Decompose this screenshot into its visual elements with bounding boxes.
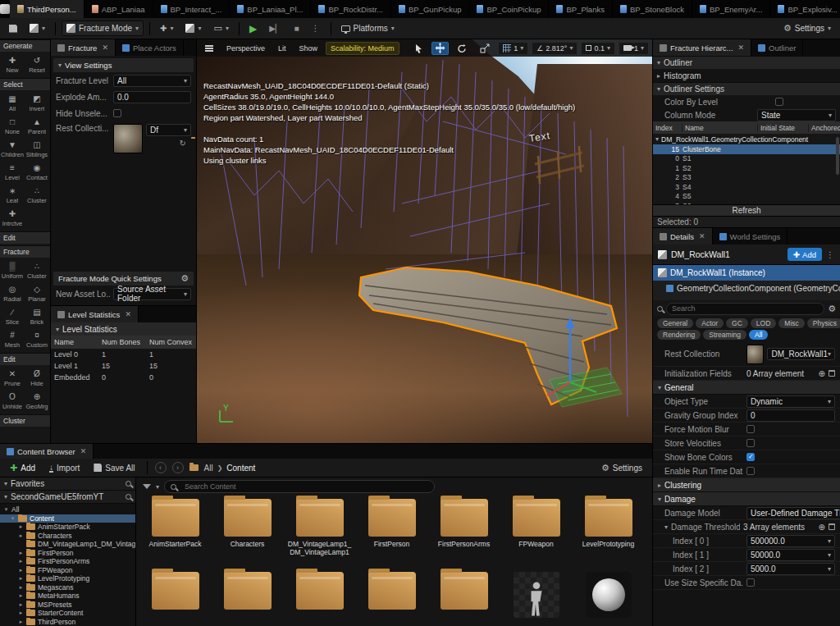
explode-amount-input[interactable]: 0.0 xyxy=(113,91,191,103)
source-control-button[interactable]: ▾ xyxy=(25,21,49,36)
tool-button-level[interactable]: ≡Level xyxy=(0,160,25,183)
folder-item[interactable]: Characters xyxy=(212,496,283,556)
tool-button-prune[interactable]: ✕Prune xyxy=(0,366,25,389)
folder-item[interactable]: FirstPerson xyxy=(356,496,427,556)
settings-dropdown[interactable]: ⚙Settings▾ xyxy=(779,21,835,36)
force-motion-blur-checkbox[interactable] xyxy=(746,425,755,433)
skip-button[interactable]: ▶▏ xyxy=(265,21,285,36)
close-icon[interactable]: ✕ xyxy=(125,310,131,318)
expand-arrow-icon[interactable]: ▾ xyxy=(664,523,668,531)
filter-chip[interactable]: Physics xyxy=(807,318,840,328)
tool-button-invert[interactable]: ◩Invert xyxy=(25,91,49,114)
tree-item[interactable]: ▸FirstPerson xyxy=(0,549,135,558)
asset-tab[interactable]: ThirdPerson... xyxy=(10,0,84,18)
view-settings-header[interactable]: ▾View Settings xyxy=(53,58,194,72)
asset-tab[interactable]: BP_RockDistr... xyxy=(311,0,391,18)
hierarchy-row[interactable]: 4S5 xyxy=(653,192,840,202)
asset-item-mannequin[interactable] xyxy=(500,569,572,618)
scrollbar[interactable] xyxy=(836,137,839,175)
tool-button-planar[interactable]: ◇Planar xyxy=(25,281,49,304)
scale-snap-control[interactable]: 0.1▾ xyxy=(581,42,615,55)
tree-item[interactable]: ▸AnimStarterPack xyxy=(0,523,135,532)
filter-gear-icon[interactable]: ⚙ xyxy=(828,304,836,313)
viewport-options-menu[interactable] xyxy=(200,42,218,55)
show-menu[interactable]: Show xyxy=(294,42,323,55)
damage-index-1-input[interactable]: 50000.0▾ xyxy=(746,549,835,561)
section-select[interactable]: Select xyxy=(0,78,50,90)
outliner-settings-header[interactable]: ▾Outliner Settings xyxy=(653,82,840,95)
folder-item[interactable] xyxy=(284,569,355,618)
use-size-specific-checkbox[interactable] xyxy=(746,578,755,587)
tool-button-radial[interactable]: ◎Radial xyxy=(0,281,25,304)
favorites-header[interactable]: ▾Favorites xyxy=(0,477,135,491)
rotate-tool-button[interactable] xyxy=(452,42,472,55)
asset-tab[interactable]: BP_CoinPickup xyxy=(469,0,549,18)
import-button[interactable]: ↓Import xyxy=(45,460,84,476)
tab-place-actors[interactable]: Place Actors xyxy=(116,39,184,56)
tool-button-cluster-fracture[interactable]: ∴Cluster xyxy=(25,258,49,281)
hierarchy-root-row[interactable]: ▾DM_RockWall1.GeometryCollectionComponen… xyxy=(653,134,840,144)
rest-collection-thumbnail[interactable] xyxy=(746,345,764,364)
folder-item[interactable]: AnimStarterPack xyxy=(139,496,211,556)
tool-button-all[interactable]: ▦All xyxy=(0,91,25,114)
tree-item[interactable]: ▸FirstPersonArms xyxy=(0,557,135,566)
asset-tab[interactable]: BP_GunPickup xyxy=(391,0,469,18)
asset-item-sphere[interactable] xyxy=(573,569,644,618)
editor-mode-dropdown[interactable]: Fracture Mode▾ xyxy=(62,21,144,36)
component-row-instance[interactable]: DM_RockWall1 (Instance) xyxy=(653,265,840,281)
back-button[interactable]: ‹ xyxy=(155,462,167,473)
tool-button-interactive[interactable]: ✚Intrctve xyxy=(0,206,25,229)
gear-icon[interactable]: ⚙ xyxy=(180,274,189,283)
filter-chip[interactable]: Rendering xyxy=(657,330,701,340)
folder-item[interactable] xyxy=(428,569,500,618)
asset-tab[interactable]: ABP_Laniaa xyxy=(84,0,153,18)
close-icon[interactable]: ✕ xyxy=(699,232,705,240)
tree-item[interactable]: ▸Megascans xyxy=(0,583,135,592)
search-icon[interactable] xyxy=(126,481,131,487)
trash-icon[interactable] xyxy=(829,523,835,530)
tree-item[interactable]: ▸ThirdPerson xyxy=(0,618,135,626)
select-tool-button[interactable] xyxy=(409,42,428,55)
table-row[interactable]: Embedded00 xyxy=(51,372,196,383)
use-selected-icon[interactable]: ↻ xyxy=(180,139,186,148)
save-all-button[interactable]: Save All xyxy=(89,460,139,476)
hierarchy-row[interactable]: 1S2 xyxy=(653,163,840,173)
section-clustering[interactable]: ▸Clustering xyxy=(653,478,840,492)
platforms-dropdown[interactable]: Platforms▾ xyxy=(337,21,399,36)
section-generate[interactable]: Generate xyxy=(0,39,50,52)
camera-speed-control[interactable]: 1▾ xyxy=(619,42,649,55)
table-row[interactable]: Level 11515 xyxy=(51,360,196,372)
tree-item-content[interactable]: ▾Content xyxy=(0,514,135,523)
details-options-kebab[interactable]: ⋮ xyxy=(826,250,835,259)
table-row[interactable]: Level 011 xyxy=(51,349,196,360)
column-mode-dropdown[interactable]: State▾ xyxy=(757,109,836,121)
scale-tool-button[interactable] xyxy=(475,42,495,55)
folder-item[interactable]: FirstPersonArms xyxy=(428,496,500,556)
add-element-icon[interactable]: ⊕ xyxy=(819,369,825,378)
hierarchy-row[interactable]: 5S6 xyxy=(653,201,840,204)
show-bone-colors-checkbox[interactable] xyxy=(746,453,755,461)
asset-tab[interactable]: BP_Planks xyxy=(549,0,612,18)
folder-item[interactable] xyxy=(139,569,211,618)
filter-chip[interactable]: Streaming xyxy=(703,330,746,340)
hierarchy-row[interactable]: 2S3 xyxy=(653,173,840,183)
asset-tab[interactable]: BP_Laniaa_Pl... xyxy=(230,0,311,18)
add-actor-dropdown[interactable]: ✚▾ xyxy=(156,21,177,36)
filter-chip[interactable]: Actor xyxy=(696,318,724,328)
hierarchy-row[interactable]: 3S4 xyxy=(653,182,840,192)
content-search-input[interactable] xyxy=(180,481,428,493)
filter-funnel-icon[interactable] xyxy=(143,484,151,489)
section-damage[interactable]: ▾Damage xyxy=(653,492,840,506)
damage-index-0-input[interactable]: 500000.0▾ xyxy=(746,535,835,547)
rest-collection-dropdown[interactable]: DM_RockWall1▾ xyxy=(767,348,835,360)
outliner-section-header[interactable]: ▾Outliner xyxy=(653,56,840,69)
trash-icon[interactable] xyxy=(829,370,835,377)
fracture-level-dropdown[interactable]: All▾ xyxy=(113,75,191,87)
filter-chip[interactable]: LOD xyxy=(751,318,776,328)
save-button[interactable] xyxy=(5,21,21,36)
close-icon[interactable]: ✕ xyxy=(80,447,87,455)
move-tool-button[interactable] xyxy=(431,42,449,55)
tree-item[interactable]: ▸MetaHumans xyxy=(0,592,135,601)
tool-button-uniform[interactable]: ▒Uniform xyxy=(0,258,25,281)
hierarchy-row[interactable]: 15ClusterBone xyxy=(653,144,840,154)
